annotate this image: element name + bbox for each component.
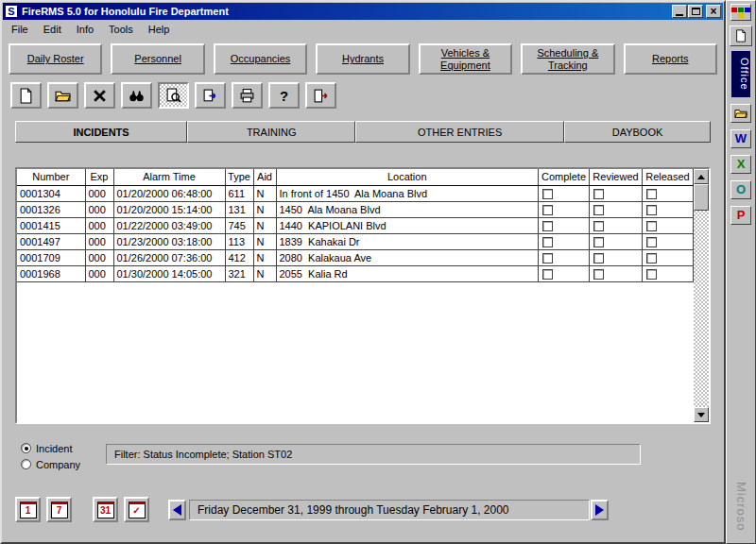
reviewed-checkbox[interactable] xyxy=(593,205,604,215)
minimize-button[interactable] xyxy=(672,5,687,18)
table-row[interactable]: 000149700001/23/2000 03:18:00113N1839 Ka… xyxy=(17,233,694,249)
date-range-field: Friday December 31, 1999 through Tuesday… xyxy=(189,500,590,520)
custom-range-button[interactable]: ✓ xyxy=(124,497,149,522)
cell-number: 0001968 xyxy=(17,265,85,281)
menu-item-file[interactable]: File xyxy=(4,22,36,37)
minimize-icon xyxy=(676,14,683,16)
word-icon[interactable]: W xyxy=(730,129,751,148)
reviewed-checkbox[interactable] xyxy=(593,237,604,247)
personnel-button[interactable]: Personnel xyxy=(111,43,204,75)
cell-type: 113 xyxy=(225,233,253,249)
date-navigation-bar: 1 7 31 ✓ Friday December 31, 1999 throug… xyxy=(15,497,711,522)
header-aid[interactable]: Aid xyxy=(253,169,276,185)
find-button[interactable] xyxy=(121,82,152,109)
incident-radio-icon[interactable] xyxy=(21,443,31,453)
cell-location: 2055 Kalia Rd xyxy=(276,265,539,281)
complete-checkbox[interactable] xyxy=(542,189,553,199)
day-view-button[interactable]: 1 xyxy=(15,497,41,522)
excel-icon[interactable]: X xyxy=(730,155,751,174)
table-row[interactable]: 000141500001/22/2000 03:49:00745N1440 KA… xyxy=(17,217,694,233)
exit-button[interactable] xyxy=(305,82,336,109)
menu-item-tools[interactable]: Tools xyxy=(101,22,141,37)
header-location[interactable]: Location xyxy=(276,169,539,185)
table-row[interactable]: 000196800001/30/2000 14:05:00321N2055 Ka… xyxy=(17,265,694,281)
header-alarm-time[interactable]: Alarm Time xyxy=(113,169,225,185)
hydrants-button[interactable]: Hydrants xyxy=(316,43,409,75)
table-row[interactable]: 000130400001/20/2000 06:48:00611NIn fron… xyxy=(17,185,694,201)
month-view-button[interactable]: 31 xyxy=(93,497,118,522)
released-checkbox[interactable] xyxy=(646,205,657,215)
header-released[interactable]: Released xyxy=(643,169,694,185)
complete-checkbox[interactable] xyxy=(542,205,553,215)
radio-company[interactable]: Company xyxy=(21,456,106,472)
released-checkbox[interactable] xyxy=(646,189,657,199)
header-exp[interactable]: Exp xyxy=(85,169,113,185)
delete-button[interactable] xyxy=(84,82,115,109)
outlook-icon[interactable]: O xyxy=(730,180,751,199)
open-office-document-icon xyxy=(734,107,747,120)
new-button[interactable] xyxy=(10,82,42,109)
next-period-button[interactable] xyxy=(591,500,609,520)
scroll-down-button[interactable] xyxy=(694,407,709,422)
screen: S FireRMS 5.0 for Honolulu Fire Departme… xyxy=(0,0,756,544)
transfer-button[interactable] xyxy=(195,82,226,109)
office-bar-title[interactable]: Office xyxy=(731,51,750,97)
header-type[interactable]: Type xyxy=(225,169,253,185)
menu-item-info[interactable]: Info xyxy=(69,22,101,37)
occupancies-button[interactable]: Occupancies xyxy=(214,43,307,75)
reviewed-checkbox[interactable] xyxy=(593,221,604,231)
header-row: Number Exp Alarm Time Type Aid Location … xyxy=(17,169,694,185)
table-row[interactable]: 000170900001/26/2000 07:36:00412N2080 Ka… xyxy=(17,249,694,265)
menu-item-help[interactable]: Help xyxy=(141,22,178,37)
header-complete[interactable]: Complete xyxy=(539,169,590,185)
office-open-document-button[interactable] xyxy=(730,104,751,123)
released-checkbox[interactable] xyxy=(646,269,657,280)
tab-daybook[interactable]: DAYBOOK xyxy=(564,121,711,143)
header-reviewed[interactable]: Reviewed xyxy=(590,169,643,185)
complete-checkbox[interactable] xyxy=(542,237,553,247)
vertical-scrollbar[interactable] xyxy=(694,169,709,422)
company-radio-icon[interactable] xyxy=(21,459,31,469)
reviewed-checkbox[interactable] xyxy=(593,253,604,264)
reviewed-checkbox[interactable] xyxy=(593,269,604,280)
left-arrow-icon xyxy=(173,504,181,516)
complete-checkbox[interactable] xyxy=(542,253,553,264)
vehicles-equipment-button[interactable]: Vehicles & Equipment xyxy=(419,43,512,75)
reports-button[interactable]: Reports xyxy=(624,43,717,75)
help-button[interactable]: ? xyxy=(268,82,300,109)
complete-checkbox[interactable] xyxy=(542,221,553,231)
print-preview-button[interactable] xyxy=(158,82,189,109)
scroll-thumb[interactable] xyxy=(694,184,709,211)
cell-type: 131 xyxy=(225,201,253,217)
reviewed-checkbox[interactable] xyxy=(593,189,604,199)
released-checkbox[interactable] xyxy=(646,253,657,264)
radio-incident[interactable]: Incident xyxy=(21,440,106,456)
close-button[interactable]: × xyxy=(706,5,721,18)
office-new-document-button[interactable] xyxy=(730,26,752,46)
released-checkbox[interactable] xyxy=(646,237,657,247)
company-radio-label: Company xyxy=(36,459,80,470)
scheduling-tracking-button[interactable]: Scheduling & Tracking xyxy=(521,43,614,75)
tab-incidents[interactable]: INCIDENTS xyxy=(15,121,187,143)
menu-item-edit[interactable]: Edit xyxy=(36,22,69,37)
print-button[interactable] xyxy=(232,82,263,109)
table-row[interactable]: 000132600001/20/2000 15:14:00131N1450 Al… xyxy=(17,201,694,217)
cell-type: 321 xyxy=(225,265,253,281)
window-title: FireRMS 5.0 for Honolulu Fire Department xyxy=(22,6,671,17)
released-checkbox[interactable] xyxy=(646,221,657,231)
tab-other-entries[interactable]: OTHER ENTRIES xyxy=(355,121,564,143)
tab-training[interactable]: TRAINING xyxy=(187,121,355,143)
maximize-button[interactable] xyxy=(688,5,703,18)
daily-roster-button[interactable]: Daily Roster xyxy=(9,43,102,75)
week-view-button[interactable]: 7 xyxy=(46,497,72,522)
scroll-up-button[interactable] xyxy=(694,169,709,184)
cell-released xyxy=(643,249,694,265)
complete-checkbox[interactable] xyxy=(542,269,553,280)
office-logo-icon[interactable] xyxy=(730,4,751,21)
previous-period-button[interactable] xyxy=(168,500,186,520)
close-icon: × xyxy=(710,7,716,16)
cell-aid: N xyxy=(253,201,276,217)
powerpoint-icon[interactable]: P xyxy=(730,206,751,225)
open-button[interactable] xyxy=(47,82,78,109)
header-number[interactable]: Number xyxy=(17,169,85,185)
